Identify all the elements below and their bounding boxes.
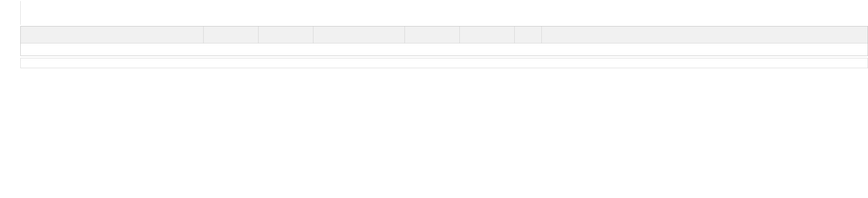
network-requests-table xyxy=(20,26,868,56)
timeline-overview-strip[interactable] xyxy=(20,1,868,25)
column-header-type[interactable] xyxy=(259,26,313,43)
column-header-size[interactable] xyxy=(405,26,460,43)
table-header-row xyxy=(21,26,868,43)
column-header-initiator[interactable] xyxy=(313,26,405,43)
column-header-time[interactable] xyxy=(460,26,515,43)
column-header-name[interactable] xyxy=(21,26,204,43)
summary-strip xyxy=(20,58,868,68)
table-footer-empty xyxy=(21,43,868,56)
column-header-status[interactable] xyxy=(204,26,259,43)
column-header-waterfall[interactable] xyxy=(515,26,542,43)
